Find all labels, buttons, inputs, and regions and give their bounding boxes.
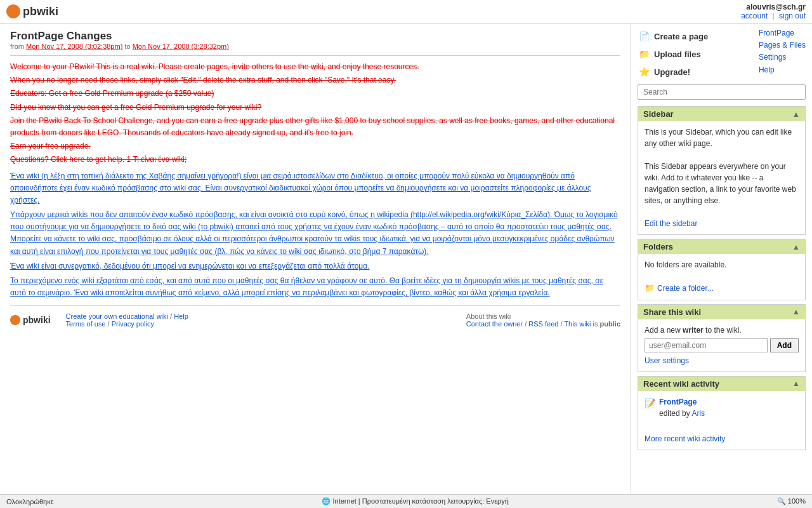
- upload-icon: 📁: [638, 48, 650, 60]
- create-folder-link[interactable]: Create a folder...: [657, 283, 714, 294]
- edit-sidebar-link[interactable]: Edit the sidebar: [645, 219, 697, 228]
- date-from-link[interactable]: Mon Nov 17, 2008 (3:02:38pm): [26, 43, 122, 50]
- nav-pages-files[interactable]: Pages & Files: [759, 39, 806, 51]
- account-link[interactable]: account: [741, 11, 768, 20]
- share-collapse-icon: ▲: [792, 307, 800, 316]
- share-email-input[interactable]: [645, 338, 768, 352]
- page-title: FrontPage Changes: [10, 30, 620, 43]
- content-area: FrontPage Changes from Mon Nov 17, 2008 …: [0, 23, 631, 494]
- greek-para-4[interactable]: Το περιεχόμενο ενός wiki εξαρτάται από ε…: [10, 275, 620, 299]
- activity-item-frontpage: 📝 FrontPage edited by Aris: [645, 396, 799, 419]
- globe-icon: 🌐: [322, 497, 331, 505]
- strikethrough-line-1: Welcome to your PBwiki! This is a real w…: [10, 61, 620, 73]
- contact-owner-link[interactable]: Contact the owner: [466, 320, 523, 328]
- strikethrough-line-2: When you no longer need these links, sim…: [10, 74, 620, 86]
- sidebar-section-sidebar: Sidebar ▲ This is your Sidebar, which yo…: [638, 106, 806, 235]
- create-page-icon: 📄: [638, 30, 650, 43]
- sidebar-section-share: Share this wiki ▲ Add a new writer to th…: [638, 304, 806, 372]
- activity-icon: 📝: [645, 397, 655, 410]
- sidebar-actions: 📄 Create a page 📁 Upload files ⭐ Upgrade…: [638, 27, 708, 81]
- strikethrough-line-3: Educators: Get a free Gold Premium upgra…: [10, 88, 620, 100]
- user-info: alouvris@sch.gr account | sign out: [741, 3, 806, 20]
- folder-icon: 📁: [645, 282, 655, 295]
- privacy-link[interactable]: Privacy policy: [112, 320, 154, 328]
- date-to-link[interactable]: Mon Nov 17, 2008 (3:28:32pm): [133, 43, 229, 50]
- create-folder-row: 📁 Create a folder...: [645, 282, 799, 295]
- sidebar-section-sidebar-body: This is your Sidebar, which you can edit…: [638, 121, 805, 234]
- share-add-button[interactable]: Add: [770, 338, 799, 352]
- search-input[interactable]: [638, 84, 806, 100]
- sidebar-nav-links: FrontPage Pages & Files Settings Help: [759, 27, 806, 77]
- greek-section: Ένα wiki (η λέξη στη τοπική διάλεκτο της…: [10, 170, 620, 300]
- sidebar-section-share-header[interactable]: Share this wiki ▲: [638, 305, 805, 319]
- sidebar-section-folders-body: No folders are available. 📁 Create a fol…: [638, 254, 805, 300]
- footer-logo-text: pbwiki: [23, 315, 51, 325]
- page-subtitle: from Mon Nov 17, 2008 (3:02:38pm) to Mon…: [10, 43, 620, 50]
- strikethrough-line-4: Did you know that you can get a free Gol…: [10, 102, 620, 114]
- share-writer-row: Add: [645, 338, 799, 352]
- share-description: Add a new writer to the wiki.: [645, 324, 799, 336]
- sidebar-section-folders-header[interactable]: Folders ▲: [638, 239, 805, 254]
- content-footer: pbwiki Create your own educational wiki …: [10, 312, 620, 328]
- pbwiki-logo-icon: [6, 4, 20, 18]
- pbwiki-logo-text: pbwiki: [23, 5, 58, 18]
- terms-link[interactable]: Terms of use: [66, 320, 106, 328]
- username: alouvris@sch.gr: [746, 3, 806, 11]
- strikethrough-line-5: Join the PBwiki Back To School Challenge…: [10, 115, 620, 139]
- activity-text: FrontPage edited by Aris: [659, 396, 705, 419]
- sidebar-section-activity: Recent wiki activity ▲ 📝 FrontPage edite…: [638, 376, 806, 450]
- folders-collapse-icon: ▲: [792, 243, 800, 251]
- nav-frontpage[interactable]: FrontPage: [759, 27, 794, 39]
- this-wiki-link[interactable]: This wiki: [564, 320, 591, 328]
- sidebar-section-folders: Folders ▲ No folders are available. 📁 Cr…: [638, 239, 806, 300]
- nav-settings[interactable]: Settings: [759, 51, 786, 64]
- search-box-container: [638, 84, 806, 100]
- sign-out-link[interactable]: sign out: [779, 11, 806, 20]
- help-link[interactable]: Help: [174, 312, 188, 320]
- create-wiki-link[interactable]: Create your own educational wiki: [66, 312, 168, 320]
- sidebar-section-activity-header[interactable]: Recent wiki activity ▲: [638, 377, 805, 391]
- more-activity-link[interactable]: More recent wiki activity: [645, 434, 725, 443]
- sidebar: 📄 Create a page 📁 Upload files ⭐ Upgrade…: [631, 23, 812, 494]
- content-footer-logo: pbwiki: [10, 315, 51, 325]
- strikethrough-section: Welcome to your PBwiki! This is a real w…: [10, 61, 620, 166]
- greek-para-1[interactable]: Ένα wiki (η λέξη στη τοπική διάλεκτο της…: [10, 170, 620, 207]
- greek-para-2[interactable]: Υπάρχουν μερικά wikis που δεν απαιτούν έ…: [10, 209, 620, 258]
- footer-logo-icon: [10, 315, 20, 325]
- pbwiki-logo: pbwiki: [6, 4, 58, 18]
- statusbar-center: 🌐 Internet | Προστατευμένη κατάσταση λει…: [322, 497, 509, 505]
- user-settings-link[interactable]: User settings: [645, 355, 799, 366]
- strikethrough-line-6: Earn your free upgrade.: [10, 140, 620, 152]
- activity-editor-link[interactable]: Aris: [691, 409, 705, 418]
- statusbar: Ολοκληρώθηκε 🌐 Internet | Προστατευμένη …: [0, 494, 812, 508]
- sidebar-collapse-icon: ▲: [792, 110, 800, 119]
- nav-help[interactable]: Help: [759, 64, 775, 76]
- sidebar-top: 📄 Create a page 📁 Upload files ⭐ Upgrade…: [638, 27, 806, 81]
- greek-para-3[interactable]: Ένα wiki είναι συνεργατικό, δεδομένου ότ…: [10, 260, 620, 272]
- sidebar-section-sidebar-header[interactable]: Sidebar ▲: [638, 107, 805, 121]
- activity-collapse-icon: ▲: [792, 379, 800, 388]
- footer-col3: About this wiki Contact the owner / RSS …: [466, 312, 620, 328]
- page-title-section: FrontPage Changes from Mon Nov 17, 2008 …: [10, 30, 620, 50]
- upload-files-button[interactable]: 📁 Upload files: [638, 45, 708, 63]
- sidebar-section-activity-body: 📝 FrontPage edited by Aris More recent w…: [638, 391, 805, 450]
- content-divider-top: [10, 55, 620, 56]
- upgrade-icon: ⭐: [638, 65, 650, 78]
- footer-col2: Create your own educational wiki / Help …: [66, 312, 188, 328]
- create-page-button[interactable]: 📄 Create a page: [638, 27, 708, 45]
- content-divider-bottom: [10, 305, 620, 306]
- statusbar-right: 🔍 100%: [777, 497, 806, 505]
- sidebar-section-share-body: Add a new writer to the wiki. Add User s…: [638, 319, 805, 371]
- zoom-icon: 🔍: [777, 497, 786, 505]
- strikethrough-line-7: Questions? Click here to get help. 1 Τι …: [10, 154, 620, 166]
- statusbar-left: Ολοκληρώθηκε: [6, 498, 54, 505]
- activity-frontpage-link[interactable]: FrontPage: [659, 398, 697, 406]
- upgrade-button[interactable]: ⭐ Upgrade!: [638, 63, 708, 81]
- rss-feed-link[interactable]: RSS feed: [528, 320, 558, 328]
